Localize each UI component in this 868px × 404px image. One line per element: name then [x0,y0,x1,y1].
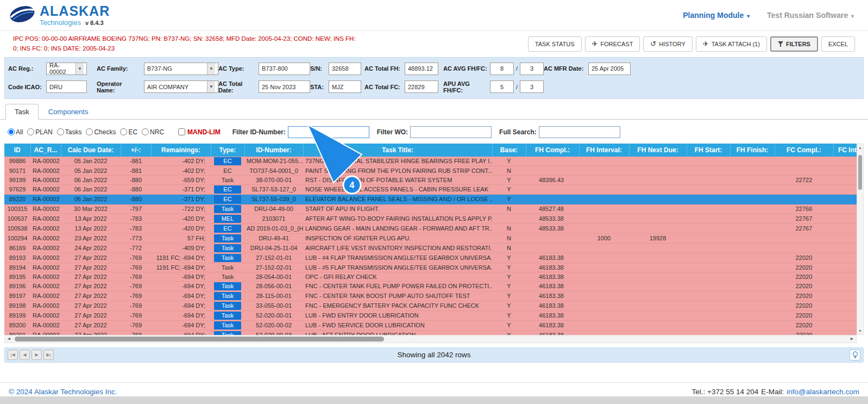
column-header-ac-reg[interactable]: AC_R... [30,144,61,157]
radio-nrc[interactable] [142,128,149,135]
table-row[interactable]: 89197RA-0000227 Apr 2022-769-694 DY;Task… [4,291,857,301]
apu-avg-fh-field[interactable] [490,80,514,93]
scroll-up-icon[interactable]: ▲ [857,146,863,150]
footer-email-link[interactable]: info@alaskartech.com [787,388,859,396]
copyright-link[interactable]: © 2024 Alaskar Technologies Inc. [9,388,117,396]
ac-mfr-date-field[interactable] [588,63,631,75]
filters-button[interactable]: FILTERS [770,36,818,52]
column-header-calc-due-date[interactable]: Calc Due Date: [61,144,121,157]
code-icao-field[interactable] [46,80,87,93]
table-row[interactable]: 89200RA-0000227 Apr 2022-769-694 DY;Task… [4,320,857,330]
ac-family-select[interactable]: B737-NG▼ [144,63,218,75]
next-page-button[interactable]: ▶ [32,350,42,360]
table-row[interactable]: 89201RA-0000227 Apr 2022-769-694 DY;Task… [4,330,857,335]
task-status-button[interactable]: TASK STATUS [528,36,582,52]
planning-module-menu[interactable]: Planning Module ▼ [683,11,751,20]
cell-plus-minus: -880 [121,184,151,194]
tab-components[interactable]: Components [40,104,97,119]
cell-base: N [492,243,526,253]
column-header-base[interactable]: Base: [492,144,526,157]
table-row[interactable]: 99199RA-0000206 Jan 2022-880-659 DY;Task… [4,175,857,184]
column-header-fh-compl[interactable]: FH Compl.: [526,144,579,157]
cell-id-number: SL737-53-127_0 [244,184,303,194]
table-row[interactable]: 89199RA-0000227 Apr 2022-769-694 DY;Task… [4,310,857,320]
table-row[interactable]: 90171RA-0000205 Jan 2022-881-402 DY;ECTO… [4,166,857,175]
filter-wo-input[interactable] [410,126,492,138]
radio-checks[interactable] [86,128,93,135]
tab-task[interactable]: Task [5,104,39,120]
vertical-scrollbar[interactable]: ▲ ▼ [857,144,864,335]
scroll-left-icon[interactable]: ◀ [5,335,13,343]
cell-type: Task [211,233,244,243]
radio-tasks[interactable] [57,128,64,135]
cell-fh-compl: 46183.38 [526,301,579,310]
cell-plus-minus: -797 [121,204,151,214]
table-row[interactable]: 89220RA-0000206 Jan 2022-880-371 DY;ECSL… [4,194,857,204]
operator-name-select[interactable]: AIR COMPANY▼ [144,80,218,93]
cell-calc-due-date: 27 Apr 2022 [61,281,121,291]
filter-id-input[interactable] [288,126,369,138]
excel-button[interactable]: EXCEL [821,36,855,52]
column-header-id-number[interactable]: ID-Number: [244,144,303,157]
table-row[interactable]: 89193RA-0000227 Apr 2022-7691191 FC; -69… [4,253,857,263]
column-header-fh-interval[interactable]: FH Interval: [579,144,629,157]
task-attach-button[interactable]: ✈TASK ATTACH (1) [696,36,767,52]
table-row[interactable]: 89198RA-0000227 Apr 2022-769-694 DY;Task… [4,301,857,310]
column-header-fh-finish[interactable]: FH Finish: [730,144,775,157]
table-row[interactable]: 100537RA-0000213 Apr 2022-783-420 DY;MEL… [4,214,857,223]
ac-type-field[interactable] [259,63,310,75]
column-header-fh-next-due[interactable]: FH Next Due: [629,144,687,157]
radio-plan[interactable] [27,128,34,135]
ac-total-date-field[interactable] [259,80,310,93]
table-row[interactable]: 100294RA-0000223 Apr 2022-77357 FH;TaskD… [4,233,857,243]
hint-bulb-icon[interactable] [850,350,860,361]
column-header-plus-minus[interactable]: +/-: [121,144,151,157]
table-row[interactable]: 89196RA-0000227 Apr 2022-769-694 DY;Task… [4,281,857,291]
radio-all[interactable] [8,128,15,135]
column-header-task-title[interactable]: Task Title: [303,144,492,157]
ac-total-fh-field[interactable] [405,63,438,75]
ac-avg-fh-field[interactable] [490,63,514,75]
column-header-id[interactable]: ID [4,144,30,157]
column-header-type[interactable]: Type: [211,144,244,157]
table-row[interactable]: 86169RA-0000224 Apr 2022-772-409 DY;Task… [4,243,857,253]
radio-ec[interactable] [120,128,127,135]
prev-page-button[interactable]: ◀ [20,350,30,360]
table-row[interactable]: 100538RA-0000213 Apr 2022-783-420 DY;ECA… [4,223,857,233]
forecast-button[interactable]: ✈FORECAST [585,36,640,52]
cell-fc-compl: 22020 [775,320,833,330]
vertical-scroll-thumb[interactable] [858,155,862,190]
history-button[interactable]: ↺HISTORY [643,36,692,52]
last-page-button[interactable]: ▶| [43,350,54,360]
table-row[interactable]: 89195RA-0000227 Apr 2022-769-694 DY;Task… [4,272,857,281]
ac-total-fc-field[interactable] [405,80,438,93]
table-row[interactable]: 97629RA-0000206 Jan 2022-880-371 DY;ECSL… [4,184,857,194]
column-header-remainings[interactable]: Remainings: [151,144,211,157]
table-row[interactable]: 89194RA-0000227 Apr 2022-7691191 FC; -69… [4,263,857,272]
column-header-fc-compl[interactable]: FC Compl.: [775,144,833,157]
column-header-fh-start[interactable]: FH Start: [687,144,730,157]
user-menu[interactable]: Test Russian Software ▼ [767,11,855,20]
table-row[interactable]: 100315RA-0000230 Mar 2022-797-722 DY;Tas… [4,204,857,214]
cell-ac-reg: RA-00002 [30,291,61,301]
scroll-down-icon[interactable]: ▼ [857,329,863,333]
cell-type: Task [211,204,244,214]
table-row[interactable]: 99886RA-0000205 Jan 2022-881-402 DY;ECMO… [4,157,857,166]
first-page-button[interactable]: |◀ [8,350,18,360]
column-header-fc-interval[interactable]: FC Interval: [833,144,857,157]
sn-field[interactable] [329,63,361,75]
cell-type: Task [211,243,244,253]
scroll-right-icon[interactable]: ▶ [848,335,856,343]
type-badge: Task [214,244,241,252]
mand-lim-checkbox[interactable] [178,128,185,135]
cell-plus-minus: -880 [121,194,151,204]
sta-field[interactable] [329,80,361,93]
cell-fc-interval [833,184,857,194]
ac-reg-select[interactable]: RA-00002▼ [46,63,87,75]
ac-avg-fc-field[interactable] [520,63,544,75]
apu-avg-fc-field[interactable] [520,80,544,93]
full-search-input[interactable] [539,126,620,138]
cell-calc-due-date: 27 Apr 2022 [61,330,121,335]
horizontal-scrollbar[interactable]: ◀ ▶ [4,335,857,343]
horizontal-scroll-thumb[interactable] [15,337,384,341]
